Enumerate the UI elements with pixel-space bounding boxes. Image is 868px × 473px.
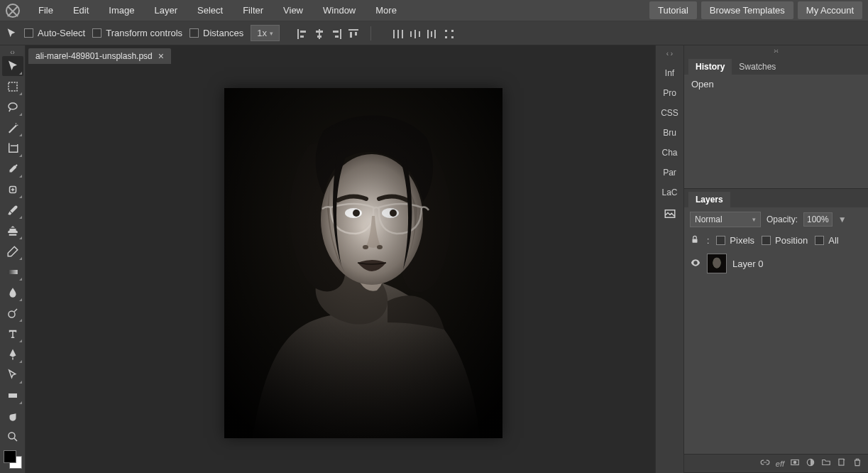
panels-expand-icon[interactable]: ‹ › bbox=[666, 50, 673, 58]
layer-thumbnail[interactable] bbox=[707, 254, 727, 273]
marquee-tool[interactable] bbox=[2, 77, 23, 97]
svg-rect-4 bbox=[316, 31, 323, 33]
opacity-slider-icon[interactable]: ▼ bbox=[838, 214, 847, 224]
svg-rect-5 bbox=[317, 36, 322, 38]
svg-rect-12 bbox=[393, 30, 395, 38]
lock-position-checkbox[interactable]: Position bbox=[762, 235, 808, 246]
svg-rect-16 bbox=[414, 30, 416, 38]
layer-mask-icon[interactable] bbox=[790, 457, 800, 469]
layer-visibility-icon[interactable] bbox=[690, 257, 701, 271]
distribute-spacing-icon[interactable] bbox=[442, 27, 455, 40]
healing-tool[interactable] bbox=[2, 180, 23, 200]
link-layers-icon[interactable] bbox=[760, 457, 770, 469]
gradient-tool[interactable] bbox=[2, 262, 23, 282]
menu-filter[interactable]: Filter bbox=[233, 2, 273, 18]
tutorial-button[interactable]: Tutorial bbox=[649, 1, 697, 19]
transform-controls-checkbox[interactable]: Transform controls bbox=[92, 28, 182, 38]
pixel-ratio-select[interactable]: 1x bbox=[251, 25, 280, 41]
blur-tool[interactable] bbox=[2, 283, 23, 303]
svg-rect-2 bbox=[300, 36, 304, 38]
shape-tool[interactable] bbox=[2, 386, 23, 406]
layer-row[interactable]: Layer 0 bbox=[688, 252, 864, 275]
svg-rect-8 bbox=[335, 36, 339, 38]
blend-mode-select[interactable]: Normal bbox=[690, 212, 761, 227]
right-collapse-icon[interactable]: ›‹ bbox=[684, 45, 868, 56]
svg-point-28 bbox=[17, 125, 18, 126]
adjustment-layer-icon[interactable] bbox=[806, 457, 815, 469]
transform-controls-label: Transform controls bbox=[106, 28, 182, 38]
dodge-tool[interactable] bbox=[2, 303, 23, 323]
properties-panel-tab[interactable]: Pro bbox=[656, 88, 683, 98]
thumbnail-panel-icon[interactable] bbox=[656, 207, 683, 222]
info-panel-tab[interactable]: Inf bbox=[656, 68, 683, 78]
swatches-tab[interactable]: Swatches bbox=[732, 59, 783, 75]
eyedropper-tool[interactable] bbox=[2, 159, 23, 179]
new-layer-icon[interactable] bbox=[837, 457, 847, 469]
eraser-tool[interactable] bbox=[2, 241, 23, 261]
align-group bbox=[295, 27, 359, 40]
close-tab-icon[interactable]: × bbox=[158, 51, 164, 61]
menu-select[interactable]: Select bbox=[187, 2, 233, 18]
distances-checkbox[interactable]: Distances bbox=[189, 28, 243, 38]
collapsed-panels-strip: ‹ › Inf Pro CSS Bru Cha Par LaC bbox=[655, 45, 683, 473]
brush-tool[interactable] bbox=[2, 200, 23, 220]
document-tab[interactable]: ali-marel-489801-unsplash.psd × bbox=[28, 48, 171, 64]
layers-tab[interactable]: Layers bbox=[688, 192, 730, 207]
canvas-image[interactable] bbox=[224, 88, 502, 438]
svg-rect-32 bbox=[9, 393, 17, 398]
foreground-color-swatch[interactable] bbox=[4, 450, 16, 463]
menu-image[interactable]: Image bbox=[99, 2, 144, 18]
layer-comps-panel-tab[interactable]: LaC bbox=[656, 187, 683, 197]
lasso-tool[interactable] bbox=[2, 97, 23, 117]
pen-tool[interactable] bbox=[2, 344, 23, 364]
menu-file[interactable]: File bbox=[28, 2, 63, 18]
color-swatch[interactable] bbox=[2, 449, 23, 470]
css-panel-tab[interactable]: CSS bbox=[656, 108, 683, 118]
distances-label: Distances bbox=[203, 28, 243, 38]
clone-stamp-tool[interactable] bbox=[2, 221, 23, 241]
distribute-right-icon[interactable] bbox=[425, 27, 438, 40]
toolbar-expand-icon[interactable]: ‹› bbox=[2, 48, 23, 55]
tool-palette: ‹› bbox=[0, 45, 26, 473]
align-left-icon[interactable] bbox=[295, 27, 308, 40]
svg-rect-24 bbox=[451, 36, 454, 38]
separator bbox=[370, 26, 371, 40]
svg-rect-19 bbox=[431, 31, 432, 37]
menu-more[interactable]: More bbox=[366, 2, 407, 18]
crop-tool[interactable] bbox=[2, 138, 23, 158]
move-tool[interactable] bbox=[2, 56, 23, 76]
paragraph-panel-tab[interactable]: Par bbox=[656, 168, 683, 178]
brush-panel-tab[interactable]: Bru bbox=[656, 128, 683, 138]
character-panel-tab[interactable]: Cha bbox=[656, 148, 683, 158]
opacity-value[interactable]: 100% bbox=[803, 212, 833, 227]
align-center-h-icon[interactable] bbox=[312, 27, 325, 40]
layer-effects-icon[interactable]: eff bbox=[776, 460, 784, 468]
menu-window[interactable]: Window bbox=[313, 2, 366, 18]
delete-layer-icon[interactable] bbox=[852, 457, 862, 469]
align-right-icon[interactable] bbox=[329, 27, 342, 40]
my-account-button[interactable]: My Account bbox=[798, 1, 862, 19]
auto-select-checkbox[interactable]: Auto-Select bbox=[24, 28, 85, 38]
menu-view[interactable]: View bbox=[273, 2, 313, 18]
lock-pixels-checkbox[interactable]: Pixels bbox=[716, 235, 754, 246]
history-tab[interactable]: History bbox=[688, 59, 732, 75]
magic-wand-tool[interactable] bbox=[2, 118, 23, 138]
type-tool[interactable] bbox=[2, 324, 23, 344]
lock-all-checkbox[interactable]: All bbox=[815, 235, 838, 246]
zoom-tool[interactable] bbox=[2, 427, 23, 447]
menu-layer[interactable]: Layer bbox=[145, 2, 188, 18]
path-select-tool[interactable] bbox=[2, 365, 23, 385]
new-folder-icon[interactable] bbox=[821, 457, 831, 469]
document-tab-bar: ali-marel-489801-unsplash.psd × bbox=[26, 45, 655, 64]
svg-point-33 bbox=[9, 433, 15, 439]
distribute-left-icon[interactable] bbox=[391, 27, 404, 40]
browse-templates-button[interactable]: Browse Templates bbox=[701, 1, 793, 19]
right-panel-column: ›‹ History Swatches Open Layers Normal O… bbox=[683, 45, 868, 473]
menu-edit[interactable]: Edit bbox=[63, 2, 99, 18]
align-top-icon[interactable] bbox=[346, 27, 359, 40]
distribute-center-icon[interactable] bbox=[408, 27, 421, 40]
hand-tool[interactable] bbox=[2, 406, 23, 426]
layer-name[interactable]: Layer 0 bbox=[732, 259, 763, 269]
svg-rect-23 bbox=[445, 36, 447, 38]
history-entry[interactable]: Open bbox=[691, 79, 861, 89]
